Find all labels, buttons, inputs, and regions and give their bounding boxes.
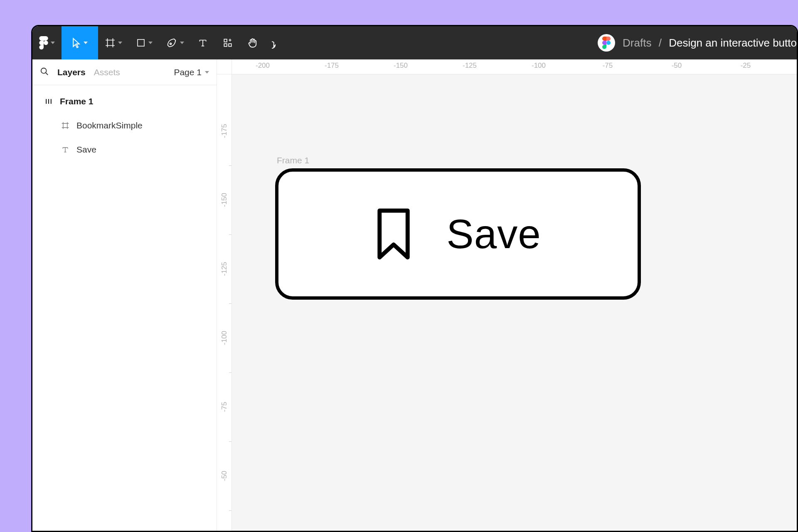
ruler-tick: -100 [532, 59, 546, 74]
pen-tool-button[interactable] [160, 26, 190, 59]
figma-window: Drafts / Design an interactive butto Lay… [31, 25, 798, 532]
svg-rect-2 [224, 39, 227, 42]
chevron-down-icon [84, 42, 88, 44]
rectangle-icon [136, 38, 146, 48]
text-tool-button[interactable] [190, 26, 215, 59]
comment-icon [272, 37, 283, 49]
hand-tool-button[interactable] [240, 26, 265, 59]
ruler-tick: -75 [603, 59, 613, 74]
svg-point-1 [170, 43, 172, 44]
layer-name: BookmarkSimple [76, 121, 143, 131]
ruler-tick: -150 [220, 192, 229, 207]
autolayout-icon [42, 97, 56, 106]
ruler-tick: -200 [256, 59, 270, 74]
svg-rect-0 [138, 39, 144, 46]
toolbar: Drafts / Design an interactive butto [32, 26, 797, 59]
layer-name: Frame 1 [60, 96, 94, 106]
ruler-vertical[interactable]: -175 -150 -125 -100 -75 -50 [217, 74, 232, 531]
ruler-tick: -125 [220, 261, 229, 276]
breadcrumb-separator: / [659, 37, 662, 49]
tab-layers[interactable]: Layers [57, 67, 86, 77]
svg-point-5 [41, 68, 47, 73]
chevron-down-icon [205, 71, 209, 74]
ruler-tick: -100 [220, 330, 229, 345]
title-zone: Drafts / Design an interactive butto [598, 26, 797, 59]
folder-name[interactable]: Drafts [623, 37, 651, 49]
text-icon [197, 37, 208, 48]
main-menu-button[interactable] [32, 26, 62, 59]
save-button-frame[interactable]: Save [275, 168, 641, 300]
canvas[interactable]: Frame 1 Save [232, 74, 797, 531]
breadcrumb[interactable]: Drafts / Design an interactive butto [623, 37, 797, 49]
layer-list: Frame 1 BookmarkSimple Save [32, 85, 217, 162]
bookmark-icon [375, 208, 412, 260]
ruler-tick: -75 [220, 399, 229, 414]
ruler-tick: -150 [394, 59, 408, 74]
chevron-down-icon [148, 42, 153, 44]
hand-icon [247, 37, 259, 49]
frame-tool-button[interactable] [98, 26, 129, 59]
layer-row-save-text[interactable]: Save [32, 138, 217, 162]
frame-icon [58, 121, 72, 130]
file-name[interactable]: Design an interactive butto [669, 37, 797, 49]
text-icon [58, 145, 72, 154]
svg-rect-4 [229, 44, 232, 47]
ruler-tick: -175 [325, 59, 339, 74]
layer-row-frame[interactable]: Frame 1 [32, 89, 217, 113]
move-tool-button[interactable] [62, 26, 98, 59]
comment-tool-button[interactable] [265, 26, 290, 59]
ruler-horizontal[interactable]: -200 -175 -150 -125 -100 -75 -50 -25 [232, 59, 797, 74]
resources-icon [222, 37, 233, 48]
save-button-label: Save [446, 211, 541, 258]
pen-icon [166, 37, 177, 49]
search-icon[interactable] [40, 67, 49, 78]
shape-tool-button[interactable] [129, 26, 160, 59]
frame-icon [105, 37, 116, 48]
page-name: Page 1 [174, 67, 202, 77]
frame-label[interactable]: Frame 1 [277, 155, 309, 165]
ruler-corner [217, 59, 232, 74]
cursor-icon [72, 37, 81, 48]
chevron-down-icon [180, 42, 184, 44]
panel-tabs: Layers Assets Page 1 [32, 59, 217, 85]
svg-rect-3 [224, 44, 227, 47]
ruler-tick: -50 [220, 468, 229, 483]
figma-logo-circle[interactable] [598, 34, 615, 52]
resources-tool-button[interactable] [215, 26, 240, 59]
figma-icon [39, 36, 48, 49]
ruler-tick: -125 [463, 59, 477, 74]
chevron-down-icon [51, 42, 55, 44]
ruler-tick: -175 [220, 123, 229, 138]
page-selector[interactable]: Page 1 [174, 67, 209, 77]
tab-assets[interactable]: Assets [94, 67, 120, 77]
chevron-down-icon [118, 42, 122, 44]
layer-row-bookmark[interactable]: BookmarkSimple [32, 113, 217, 138]
ruler-tick: -25 [741, 59, 751, 74]
left-panel: Layers Assets Page 1 Frame 1 Book [32, 59, 217, 531]
layer-name: Save [76, 145, 96, 155]
ruler-tick: -50 [672, 59, 682, 74]
